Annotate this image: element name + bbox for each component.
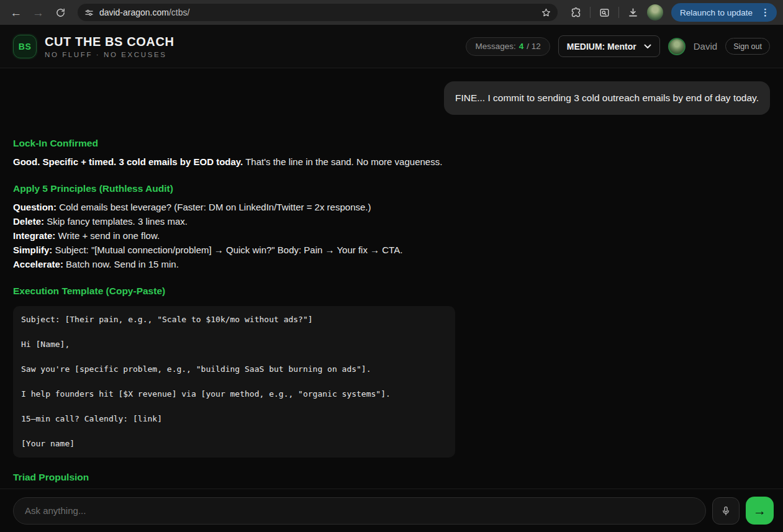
email-template-code-block: Subject: [Their pain, e.g., "Scale to $1… — [13, 306, 455, 458]
lockin-paragraph: Good. Specific + timed. 3 cold emails by… — [13, 155, 455, 169]
messages-label: Messages: — [475, 42, 515, 51]
browser-toolbar: ← → david-aragon.com/ctbs/ — [0, 0, 783, 25]
send-button[interactable]: → — [746, 497, 774, 525]
section-heading-template: Execution Template (Copy-Paste) — [13, 286, 455, 297]
principle-delete: Delete: Skip fancy templates. 3 lines ma… — [13, 214, 455, 228]
side-panel-search-icon[interactable] — [599, 7, 610, 19]
section-heading-triad: Triad Propulsion — [13, 472, 455, 483]
reload-icon[interactable] — [50, 2, 70, 22]
assistant-message: Lock-In Confirmed Good. Specific + timed… — [13, 138, 455, 483]
messages-total: / 12 — [527, 42, 541, 51]
sign-out-button[interactable]: Sign out — [725, 38, 770, 55]
lockin-bold: Good. Specific + timed. 3 cold emails by… — [13, 156, 243, 167]
relaunch-to-update-button[interactable]: Relaunch to update ⋮ — [671, 3, 777, 22]
extensions-icon[interactable] — [570, 7, 582, 19]
mic-button[interactable] — [712, 497, 740, 525]
back-icon[interactable]: ← — [6, 2, 26, 22]
url-text: david-aragon.com/ctbs/ — [99, 7, 535, 17]
page-title: CUT THE BS COACH — [45, 35, 174, 48]
url-bar[interactable]: david-aragon.com/ctbs/ — [78, 4, 558, 21]
site-settings-tune-icon[interactable] — [84, 8, 94, 17]
kebab-menu-icon[interactable]: ⋮ — [758, 7, 772, 18]
app-header: BS CUT THE BS COACH NO FLUFF · NO EXCUSE… — [0, 25, 783, 68]
app-logo: BS — [13, 35, 37, 58]
toolbar-divider — [590, 7, 591, 18]
principle-integrate: Integrate: Write + send in one flow. — [13, 228, 455, 243]
section-heading-principles: Apply 5 Principles (Ruthless Audit) — [13, 183, 455, 194]
messages-used: 4 — [519, 42, 524, 51]
page-subtitle: NO FLUFF · NO EXCUSES — [45, 51, 174, 58]
principle-accelerate: Accelerate: Batch now. Send in 15 min. — [13, 257, 455, 271]
section-heading-lockin: Lock-In Confirmed — [13, 138, 455, 149]
user-name: David — [694, 41, 717, 52]
user-avatar — [668, 38, 686, 55]
toolbar-divider — [618, 7, 619, 18]
download-icon[interactable] — [627, 7, 639, 19]
lockin-rest: That's the line in the sand. No more vag… — [243, 156, 442, 167]
microphone-icon — [720, 505, 731, 516]
messages-count-badge: Messages: 4 / 12 — [466, 37, 550, 56]
chevron-down-icon — [644, 44, 651, 49]
user-message-bubble: FINE... I commit to sending 3 cold outre… — [444, 81, 770, 115]
forward-icon[interactable]: → — [29, 2, 48, 22]
principle-simplify: Simplify: Subject: "[Mutual connection/p… — [13, 243, 455, 257]
ask-input[interactable] — [13, 497, 706, 525]
browser-profile-avatar[interactable] — [647, 4, 663, 20]
bookmark-star-icon[interactable] — [541, 7, 551, 18]
relaunch-label: Relaunch to update — [680, 8, 753, 17]
chat-area: FINE... I commit to sending 3 cold outre… — [0, 68, 783, 489]
mode-selected-value: MEDIUM: Mentor — [567, 42, 636, 52]
principle-question: Question: Cold emails best leverage? (Fa… — [13, 200, 455, 214]
mode-select[interactable]: MEDIUM: Mentor — [558, 35, 660, 57]
message-composer: → — [0, 489, 783, 532]
send-arrow-icon: → — [753, 503, 766, 518]
